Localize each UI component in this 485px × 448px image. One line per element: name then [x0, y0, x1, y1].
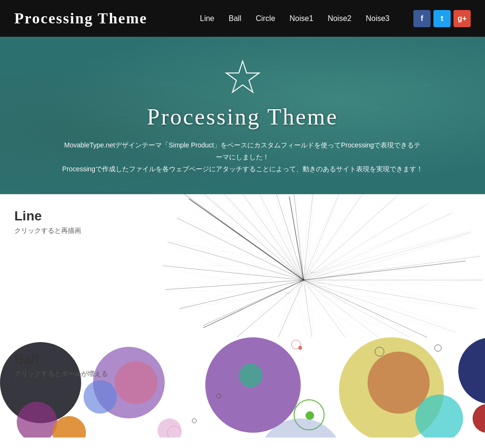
svg-line-33 — [275, 194, 304, 280]
hero-description: MovableType.netデザインテーマ「Simple Product」をベ… — [52, 139, 433, 176]
svg-line-100 — [295, 288, 474, 310]
svg-line-101 — [310, 271, 458, 332]
svg-line-106 — [294, 290, 388, 337]
svg-line-116 — [202, 292, 292, 326]
svg-line-123 — [169, 241, 305, 266]
nav-line[interactable]: Line — [200, 14, 214, 23]
twitter-icon[interactable]: t — [433, 10, 451, 27]
svg-line-61 — [301, 230, 473, 275]
svg-line-126 — [176, 219, 289, 294]
ball-section-title: Ball — [14, 352, 471, 367]
svg-line-66 — [304, 280, 437, 337]
nav-noise2[interactable]: Noise2 — [327, 14, 351, 23]
hero-title: Processing Theme — [147, 104, 338, 130]
svg-line-124 — [166, 243, 290, 294]
nav-noise1[interactable]: Noise1 — [290, 14, 314, 23]
ball-text-area: Ball クリックするとボールが増える — [14, 352, 471, 378]
facebook-icon[interactable]: f — [413, 10, 431, 27]
svg-line-87 — [309, 194, 401, 275]
site-title: Processing Theme — [14, 10, 148, 27]
google-plus-icon[interactable]: g+ — [453, 10, 471, 27]
svg-line-56 — [168, 242, 304, 280]
svg-line-97 — [311, 272, 484, 279]
hero-star-icon: ★ — [223, 56, 262, 99]
svg-line-41 — [304, 232, 471, 280]
social-icons: f t g+ — [413, 10, 471, 27]
svg-line-119 — [167, 267, 306, 289]
svg-line-91 — [310, 212, 453, 274]
nav-ball[interactable]: Ball — [229, 14, 242, 23]
site-header: Processing Theme Line Ball Circle Noise1… — [0, 0, 485, 37]
svg-line-98 — [296, 281, 481, 288]
svg-line-55 — [163, 266, 304, 280]
svg-line-27 — [143, 39, 477, 108]
ball-section[interactable]: Ball クリックするとボールが増える — [0, 337, 485, 438]
svg-line-108 — [294, 290, 350, 337]
nav-circle[interactable]: Circle — [256, 14, 275, 23]
hero-desc-line1: MovableType.netデザインテーマ「Simple Product」をベ… — [64, 141, 421, 161]
svg-line-47 — [304, 280, 390, 337]
hero-desc-line2: Processingで作成したファイルを各ウェブページにアタッチすることによって… — [62, 165, 422, 173]
line-section[interactable]: Line クリックすると再描画 // Generate lines via SV… — [0, 194, 485, 337]
svg-line-125 — [179, 217, 305, 266]
svg-line-102 — [295, 289, 455, 333]
nav-noise3[interactable]: Noise3 — [366, 14, 390, 23]
svg-line-103 — [310, 271, 424, 337]
svg-line-115 — [205, 268, 307, 324]
svg-line-45 — [304, 280, 456, 333]
svg-line-46 — [304, 280, 423, 337]
svg-line-99 — [311, 272, 477, 308]
svg-line-120 — [164, 291, 291, 293]
ball-section-subtitle: クリックするとボールが増える — [14, 370, 471, 378]
main-nav: Line Ball Circle Noise1 Noise2 Noise3 f … — [200, 10, 471, 27]
svg-line-90 — [298, 205, 426, 286]
svg-line-95 — [311, 255, 482, 273]
svg-line-36 — [304, 194, 342, 280]
svg-line-94 — [297, 233, 469, 287]
hero-section: ★ Processing Theme MovableType.netデザインテー… — [0, 37, 485, 194]
line-canvas: // Generate lines via SVG — [160, 194, 485, 337]
svg-line-85 — [308, 194, 367, 275]
svg-line-89 — [309, 203, 429, 274]
